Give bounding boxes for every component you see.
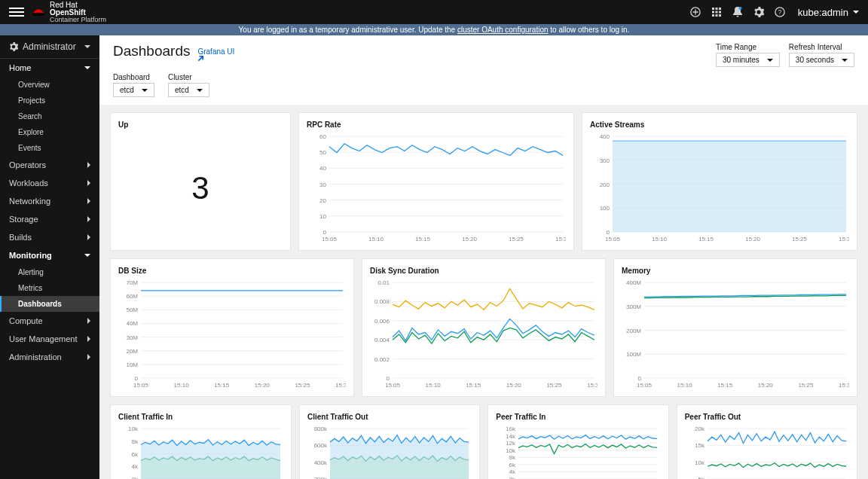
- nav-operators[interactable]: Operators: [0, 156, 99, 174]
- help-icon[interactable]: ?: [769, 2, 790, 23]
- svg-text:15:10: 15:10: [426, 382, 442, 389]
- svg-text:8k: 8k: [132, 438, 139, 445]
- svg-text:600k: 600k: [314, 442, 328, 449]
- svg-rect-9: [715, 14, 717, 17]
- svg-text:50M: 50M: [126, 307, 138, 313]
- nav-builds[interactable]: Builds: [0, 228, 99, 246]
- svg-text:10M: 10M: [126, 362, 138, 368]
- svg-point-11: [738, 7, 741, 10]
- nav-monitoring-sub: Alerting Metrics Dashboards: [0, 264, 99, 312]
- caret-right-icon: [87, 216, 90, 222]
- refresh-select[interactable]: 30 seconds: [789, 53, 854, 67]
- panel-memory[interactable]: Memory 0100M200M300M400M15:0515:1015:151…: [613, 258, 857, 397]
- svg-text:200: 200: [600, 182, 610, 188]
- dashboard-label: Dashboard: [113, 73, 154, 81]
- svg-text:0.008: 0.008: [374, 298, 390, 305]
- nav-explore[interactable]: Explore: [18, 124, 99, 140]
- svg-text:200M: 200M: [626, 328, 641, 334]
- nav-projects[interactable]: Projects: [18, 93, 99, 108]
- nav-search[interactable]: Search: [18, 108, 99, 124]
- nav-storage[interactable]: Storage: [0, 210, 99, 228]
- nav-alerting[interactable]: Alerting: [18, 264, 99, 280]
- grafana-link[interactable]: Grafana UI: [197, 47, 234, 62]
- time-range-select[interactable]: 30 minutes: [716, 53, 780, 67]
- svg-text:15:20: 15:20: [506, 382, 522, 389]
- auth-banner: You are logged in as a temporary adminis…: [0, 24, 868, 35]
- svg-text:15:30: 15:30: [335, 382, 346, 389]
- svg-text:400M: 400M: [626, 279, 641, 286]
- nav-toggle-button[interactable]: [9, 5, 24, 20]
- nav-administration[interactable]: Administration: [0, 348, 99, 366]
- nav-events[interactable]: Events: [18, 140, 99, 156]
- svg-text:400k: 400k: [314, 459, 328, 466]
- svg-text:15:20: 15:20: [758, 382, 774, 389]
- svg-text:15:25: 15:25: [295, 382, 310, 389]
- svg-text:15:15: 15:15: [214, 382, 230, 389]
- dashboard-select[interactable]: etcd: [113, 83, 154, 97]
- panel-rpc-rate[interactable]: RPC Rate 010203040506015:0515:1015:1515:…: [298, 112, 574, 251]
- svg-text:4k: 4k: [132, 463, 139, 470]
- panel-client-traffic-in[interactable]: Client Traffic In 2k4k6k8k10k15:0515:101…: [110, 404, 292, 479]
- svg-text:15:20: 15:20: [255, 382, 270, 389]
- svg-text:40: 40: [319, 165, 326, 172]
- page-header: Dashboards Grafana UI Time Range 30 minu…: [99, 35, 868, 70]
- apps-icon[interactable]: [706, 2, 727, 23]
- svg-text:15:05: 15:05: [322, 236, 338, 243]
- gear-icon: [9, 42, 18, 51]
- panel-peer-traffic-out[interactable]: Peer Traffic Out 5k10k15k20k15:0515:1015…: [677, 404, 857, 479]
- svg-text:15:25: 15:25: [546, 382, 562, 389]
- caret-right-icon: [87, 198, 90, 204]
- svg-rect-7: [719, 11, 721, 14]
- svg-text:16k: 16k: [506, 426, 516, 432]
- svg-text:15:05: 15:05: [385, 382, 401, 389]
- svg-text:400: 400: [600, 133, 610, 140]
- panel-db-size[interactable]: DB Size 010M20M30M40M50M60M70M15:0515:10…: [110, 258, 354, 397]
- nav-dashboards[interactable]: Dashboards: [0, 296, 99, 312]
- perspective-switcher[interactable]: Administrator: [0, 35, 99, 59]
- nav-networking[interactable]: Networking: [0, 192, 99, 210]
- svg-text:6k: 6k: [132, 451, 139, 458]
- nav-user-management[interactable]: User Management: [0, 330, 99, 348]
- svg-text:4k: 4k: [509, 468, 516, 475]
- panel-disk-sync[interactable]: Disk Sync Duration 00.0020.0040.0060.008…: [362, 258, 606, 397]
- nav-metrics[interactable]: Metrics: [18, 280, 99, 296]
- oauth-config-link[interactable]: cluster OAuth configuration: [457, 26, 549, 34]
- svg-text:200k: 200k: [314, 476, 328, 479]
- svg-text:15:20: 15:20: [462, 236, 478, 243]
- nav-monitoring[interactable]: Monitoring: [0, 246, 99, 264]
- svg-text:15:05: 15:05: [605, 236, 621, 243]
- svg-text:15:30: 15:30: [839, 236, 849, 243]
- sidebar: Administrator Home Overview Projects Sea…: [0, 35, 99, 479]
- svg-text:0.002: 0.002: [374, 356, 390, 363]
- nav-workloads[interactable]: Workloads: [0, 174, 99, 192]
- user-menu[interactable]: kube:admin: [798, 7, 859, 18]
- svg-rect-8: [712, 14, 714, 17]
- nav-overview[interactable]: Overview: [18, 77, 99, 93]
- caret-down-icon: [842, 59, 848, 62]
- svg-text:12k: 12k: [506, 440, 516, 447]
- svg-text:50: 50: [319, 149, 326, 156]
- notifications-icon[interactable]: [727, 2, 748, 23]
- caret-right-icon: [87, 180, 90, 186]
- svg-rect-6: [715, 11, 717, 14]
- svg-rect-4: [719, 8, 721, 10]
- svg-text:15:25: 15:25: [509, 236, 524, 243]
- caret-down-icon: [197, 89, 203, 92]
- svg-text:20k: 20k: [695, 426, 705, 432]
- settings-icon[interactable]: [748, 2, 769, 23]
- panel-peer-traffic-in[interactable]: Peer Traffic In 2k4k6k8k10k12k14k16k15:0…: [487, 404, 668, 479]
- svg-text:8k: 8k: [509, 454, 516, 461]
- nav-compute[interactable]: Compute: [0, 312, 99, 330]
- panel-active-streams[interactable]: Active Streams 010020030040015:0515:1015…: [582, 112, 857, 251]
- svg-text:0: 0: [323, 229, 327, 236]
- nav-home-sub: Overview Projects Search Explore Events: [0, 77, 99, 156]
- brand-logo[interactable]: Red HatOpenShift Container Platform: [32, 2, 106, 23]
- svg-text:15:30: 15:30: [587, 382, 598, 389]
- svg-text:15:25: 15:25: [798, 382, 814, 389]
- add-icon[interactable]: [685, 2, 706, 23]
- cluster-select[interactable]: etcd: [168, 83, 209, 97]
- panel-client-traffic-out[interactable]: Client Traffic Out 200k400k600k800k15:05…: [299, 404, 480, 479]
- caret-down-icon: [84, 45, 90, 48]
- caret-down-icon: [853, 11, 859, 14]
- nav-home[interactable]: Home: [0, 59, 99, 77]
